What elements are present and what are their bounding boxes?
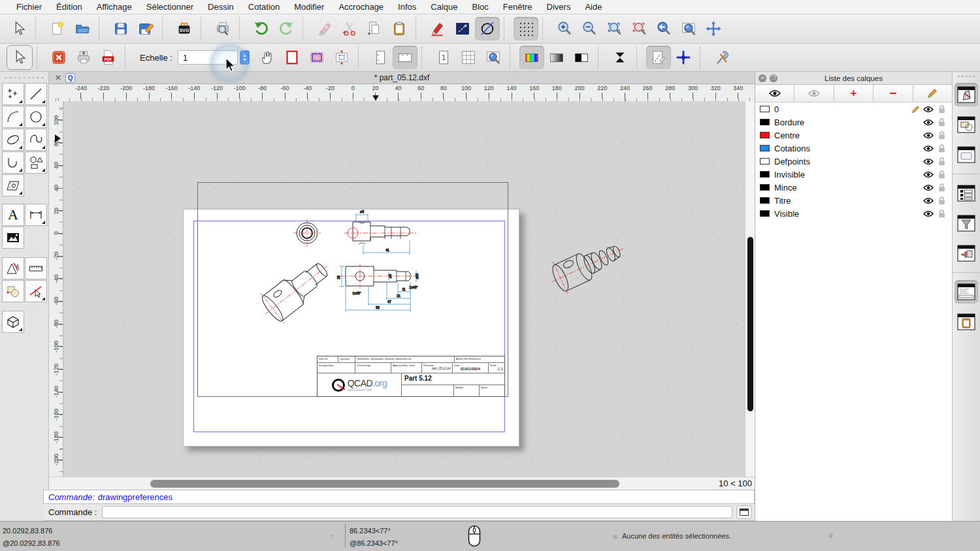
black-white-button[interactable] — [569, 46, 594, 69]
layer-row[interactable]: Visible — [755, 207, 952, 220]
tool-snap[interactable] — [25, 280, 47, 302]
layer-color-swatch[interactable] — [760, 184, 770, 191]
tool-image[interactable] — [2, 227, 24, 249]
layer-visibility-icon[interactable] — [922, 210, 935, 217]
tool-arc[interactable] — [2, 106, 24, 128]
edit-layer-button[interactable] — [913, 85, 952, 102]
zoom-out-button[interactable] — [577, 17, 602, 40]
horizontal-scrollbar[interactable]: 10 < 100 — [49, 477, 755, 490]
layer-color-swatch[interactable] — [760, 158, 770, 165]
layer-lock-icon[interactable] — [935, 104, 948, 114]
layer-visibility-icon[interactable] — [922, 145, 935, 152]
strip-drag-handle[interactable] — [956, 74, 976, 78]
hide-all-layers-button[interactable] — [794, 85, 834, 102]
layer-lock-icon[interactable] — [935, 196, 948, 205]
delete-button[interactable] — [312, 17, 337, 40]
save-as-button[interactable] — [133, 17, 158, 40]
zoom-window-button[interactable] — [676, 17, 701, 40]
grayscale-button[interactable] — [544, 46, 569, 69]
menu-item[interactable]: Accrochage — [331, 2, 391, 12]
layer-color-swatch[interactable] — [760, 106, 770, 112]
landscape-button[interactable] — [393, 46, 417, 69]
tool-line[interactable] — [25, 83, 47, 105]
remove-layer-button[interactable]: − — [874, 85, 913, 102]
tool-polyline[interactable] — [2, 151, 24, 174]
selection-filter-panel-button[interactable] — [955, 212, 978, 235]
menu-item[interactable]: Aide — [578, 2, 609, 12]
close-print-preview-button[interactable] — [46, 46, 71, 69]
menu-item[interactable]: Calque — [423, 2, 465, 12]
layer-lock-icon[interactable] — [935, 118, 948, 127]
layer-lock-icon[interactable] — [935, 183, 948, 192]
layer-visibility-icon[interactable] — [922, 119, 935, 126]
menu-item[interactable]: Divers — [540, 2, 578, 12]
layer-row[interactable]: Defpoints — [755, 155, 952, 168]
menu-item[interactable]: Affichage — [90, 2, 139, 12]
menu-item[interactable]: Fichier — [9, 2, 49, 12]
menu-item[interactable]: Bloc — [465, 2, 495, 12]
layer-lock-icon[interactable] — [935, 144, 948, 153]
menu-item[interactable]: Infos — [391, 2, 423, 12]
layer-list-panel-button[interactable] — [955, 83, 978, 106]
open-file-button[interactable] — [70, 17, 95, 40]
edit-properties-button[interactable] — [425, 17, 450, 40]
horizontal-scrollbar-thumb[interactable] — [150, 480, 619, 488]
menu-item[interactable]: Cotation — [241, 2, 287, 12]
scale-stepper[interactable]: ▲▼ — [240, 50, 250, 65]
tool-points[interactable] — [2, 83, 24, 105]
menu-item[interactable]: Fenêtre — [496, 2, 540, 12]
tool-draw-tools[interactable] — [2, 257, 24, 279]
block-list-panel-button[interactable] — [955, 113, 978, 136]
command-line-panel-button[interactable] — [955, 280, 978, 304]
layer-color-swatch[interactable] — [760, 210, 770, 217]
preferences-button[interactable] — [710, 46, 734, 69]
viewport-fit-button[interactable] — [329, 46, 354, 69]
menu-item[interactable]: Sélectionner — [139, 2, 201, 12]
command-window-button[interactable] — [736, 505, 752, 519]
portrait-button[interactable] — [368, 46, 393, 69]
tool-circle[interactable] — [25, 106, 47, 128]
vertical-scrollbar[interactable] — [745, 101, 755, 477]
grid-toggle-button[interactable] — [514, 17, 538, 40]
redo-button[interactable] — [274, 17, 299, 40]
pan-hand-button[interactable] — [255, 46, 280, 69]
layer-row[interactable]: Invisible — [755, 168, 952, 181]
print-preview-button[interactable] — [210, 17, 235, 40]
layer-row[interactable]: Titre — [755, 194, 952, 207]
draft-mode-button[interactable] — [475, 17, 500, 40]
add-layer-button[interactable]: + — [834, 85, 874, 102]
copy-button[interactable] — [362, 17, 387, 40]
zoom-selection-button[interactable] — [627, 17, 651, 40]
menu-item[interactable]: Dessin — [201, 2, 241, 12]
layer-lock-icon[interactable] — [935, 170, 948, 179]
zoom-page-button[interactable] — [481, 46, 506, 69]
tool-dimension[interactable] — [25, 204, 47, 226]
new-file-button[interactable] — [45, 17, 70, 40]
tool-solid[interactable] — [2, 311, 24, 333]
drawing-canvas[interactable]: ø8 41 — [63, 101, 745, 477]
layer-lock-icon[interactable] — [935, 157, 948, 166]
zoom-in-button[interactable] — [552, 17, 577, 40]
layer-row[interactable]: Cotations — [755, 142, 952, 155]
print-button[interactable] — [71, 46, 96, 69]
menu-item[interactable]: Édition — [49, 2, 90, 12]
layer-visibility-icon[interactable] — [922, 197, 935, 204]
layer-color-swatch[interactable] — [760, 119, 770, 125]
select-box-button[interactable] — [450, 17, 475, 40]
tool-modify[interactable] — [2, 280, 24, 302]
layer-row[interactable]: 0 — [755, 102, 952, 116]
layer-visibility-icon[interactable] — [922, 184, 935, 191]
single-page-button[interactable]: 1 — [431, 46, 456, 69]
full-color-button[interactable] — [519, 46, 544, 69]
layer-row[interactable]: Bordure — [755, 116, 952, 129]
layer-edit-pencil-icon[interactable] — [909, 105, 922, 114]
tool-text[interactable]: A — [2, 204, 24, 226]
select-tool-button[interactable] — [7, 17, 31, 40]
auto-zoom-button[interactable] — [602, 17, 627, 40]
cut-button[interactable] — [337, 17, 362, 40]
layer-visibility-icon[interactable] — [922, 171, 935, 178]
layer-lock-icon[interactable] — [935, 209, 948, 218]
select-tool-button-2[interactable] — [7, 45, 33, 70]
panel-drag-handle[interactable] — [5, 75, 44, 80]
tool-measure[interactable] — [25, 257, 47, 279]
